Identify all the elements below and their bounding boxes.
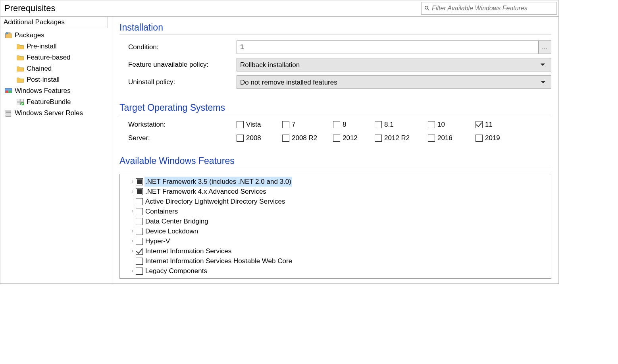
feature-label: Data Center Bridging: [144, 216, 209, 226]
server-checkbox-2008[interactable]: 2008: [237, 134, 282, 142]
feature-item[interactable]: Active Directory Lightweight Directory S…: [130, 196, 544, 206]
feature-tree: ›.NET Framework 3.5 (includes .NET 2.0 a…: [119, 174, 551, 279]
section-installation-title: Installation: [119, 17, 551, 35]
feature-item[interactable]: ›Internet Information Services: [130, 246, 544, 256]
separator: [119, 168, 551, 168]
feature-checkbox[interactable]: [136, 198, 143, 205]
sidebar-item-pre-install[interactable]: Pre-install: [3, 41, 111, 52]
svg-rect-7: [17, 102, 20, 105]
sidebar-item-windows-server-roles[interactable]: Windows Server Roles: [3, 108, 111, 119]
workstation-checkbox-8[interactable]: 8: [333, 121, 375, 129]
feature-checkbox[interactable]: [136, 178, 143, 185]
feature-checkbox[interactable]: [136, 248, 143, 255]
feature-checkbox[interactable]: [136, 208, 143, 215]
server-checkbox-2012-r2[interactable]: 2012 R2: [375, 134, 428, 142]
server-checks: 20082008 R220122012 R220162019: [237, 134, 551, 142]
row-condition: Condition: ...: [119, 40, 551, 54]
feature-item[interactable]: ›Legacy Components: [130, 266, 544, 276]
sidebar-item-windows-features[interactable]: Windows Features: [3, 85, 111, 96]
checkbox-box[interactable]: [282, 121, 289, 128]
condition-label: Condition:: [119, 43, 237, 51]
condition-browse-button[interactable]: ...: [539, 40, 551, 54]
server-checkbox-2008-r2[interactable]: 2008 R2: [282, 134, 333, 142]
checkbox-label: 2019: [485, 134, 500, 142]
server-checkbox-2012[interactable]: 2012: [333, 134, 375, 142]
sidebar-item-featurebundle[interactable]: FeatureBundle: [3, 96, 111, 108]
checkbox-label: 2012: [343, 134, 358, 142]
expand-caret-icon[interactable]: ›: [130, 177, 135, 187]
server-checkbox-2019[interactable]: 2019: [476, 134, 507, 142]
checkbox-box[interactable]: [375, 121, 382, 128]
sidebar-item-packages[interactable]: Packages: [3, 30, 111, 41]
workstation-checkbox-10[interactable]: 10: [428, 121, 476, 129]
separator: [119, 115, 551, 115]
feature-checkbox[interactable]: [136, 268, 143, 275]
svg-rect-6: [21, 99, 24, 102]
checkbox-box[interactable]: [333, 121, 340, 128]
feature-checkbox[interactable]: [136, 218, 143, 225]
feature-item[interactable]: Internet Information Services Hostable W…: [130, 256, 544, 266]
checkbox-box[interactable]: [428, 135, 435, 142]
feature-label: Active Directory Lightweight Directory S…: [144, 196, 286, 206]
condition-input[interactable]: [237, 40, 539, 54]
row-feature-unavailable-policy: Feature unavailable policy: Rollback ins…: [119, 58, 551, 71]
expand-caret-icon[interactable]: ›: [130, 187, 135, 196]
checkbox-box[interactable]: [282, 135, 289, 142]
feature-checkbox[interactable]: [136, 188, 143, 195]
checkbox-label: 11: [485, 121, 493, 129]
feature-item[interactable]: Data Center Bridging: [130, 216, 544, 226]
checkbox-box[interactable]: [428, 121, 435, 128]
feature-item[interactable]: ›.NET Framework 3.5 (includes .NET 2.0 a…: [130, 177, 544, 187]
svg-rect-11: [6, 115, 11, 116]
feature-checkbox[interactable]: [136, 258, 143, 265]
expand-caret-icon[interactable]: ›: [130, 226, 135, 236]
svg-rect-0: [6, 34, 12, 38]
feature-item[interactable]: ›Device Lockdown: [130, 226, 544, 236]
folder-icon: [16, 65, 24, 73]
bundle-icon: [16, 98, 24, 106]
sidebar-item-chained[interactable]: Chained: [3, 63, 111, 74]
checkbox-box[interactable]: [333, 135, 340, 142]
checkbox-box[interactable]: [237, 121, 244, 128]
sidebar-item-label: FeatureBundle: [27, 97, 71, 107]
box-icon: [4, 31, 12, 39]
expand-caret-icon[interactable]: ›: [130, 206, 135, 216]
sidebar-tab-additional-packages[interactable]: Additional Packages: [0, 16, 108, 28]
server-label: Server:: [119, 134, 237, 142]
main: Installation Condition: ... Feature unav…: [112, 17, 558, 283]
feature-checkbox[interactable]: [136, 228, 143, 235]
window: Prerequisites Additional Packages Packag…: [0, 0, 559, 284]
search-input-container[interactable]: [421, 2, 557, 15]
workstation-checkbox-11[interactable]: 11: [476, 121, 507, 129]
checkbox-box[interactable]: [375, 135, 382, 142]
uninstall-select[interactable]: Do not remove installed features: [237, 75, 551, 89]
sidebar-item-feature-based[interactable]: Feature-based: [3, 52, 111, 63]
svg-rect-5: [17, 99, 20, 102]
feature-checkbox[interactable]: [136, 238, 143, 245]
sidebar: Additional Packages PackagesPre-installF…: [0, 17, 112, 283]
server-checkbox-2016[interactable]: 2016: [428, 134, 476, 142]
svg-rect-3: [6, 91, 8, 92]
search-input[interactable]: [432, 5, 554, 12]
checkbox-label: 2016: [437, 134, 452, 142]
workstation-checkbox-vista[interactable]: Vista: [237, 121, 282, 129]
checkbox-box[interactable]: [476, 135, 483, 142]
winfeat-icon: [4, 87, 12, 95]
feature-item[interactable]: ›.NET Framework 4.x Advanced Services: [130, 187, 544, 196]
expand-caret-icon[interactable]: ›: [130, 236, 135, 246]
feature-item[interactable]: ›Hyper-V: [130, 236, 544, 246]
checkbox-box[interactable]: [476, 121, 483, 128]
svg-rect-9: [6, 110, 11, 112]
feature-item[interactable]: ›Containers: [130, 206, 544, 216]
separator: [119, 35, 551, 35]
expand-caret-icon[interactable]: ›: [130, 266, 135, 276]
expand-caret-icon[interactable]: ›: [130, 246, 135, 256]
workstation-checkbox-7[interactable]: 7: [282, 121, 333, 129]
workstation-checkbox-8.1[interactable]: 8.1: [375, 121, 428, 129]
checkbox-box[interactable]: [237, 135, 244, 142]
feature-label: .NET Framework 3.5 (includes .NET 2.0 an…: [144, 177, 292, 187]
search-wrap: [420, 0, 558, 16]
feature-label: Hyper-V: [144, 236, 171, 246]
sidebar-item-post-install[interactable]: Post-install: [3, 74, 111, 85]
policy-select[interactable]: Rollback installation: [237, 58, 551, 71]
